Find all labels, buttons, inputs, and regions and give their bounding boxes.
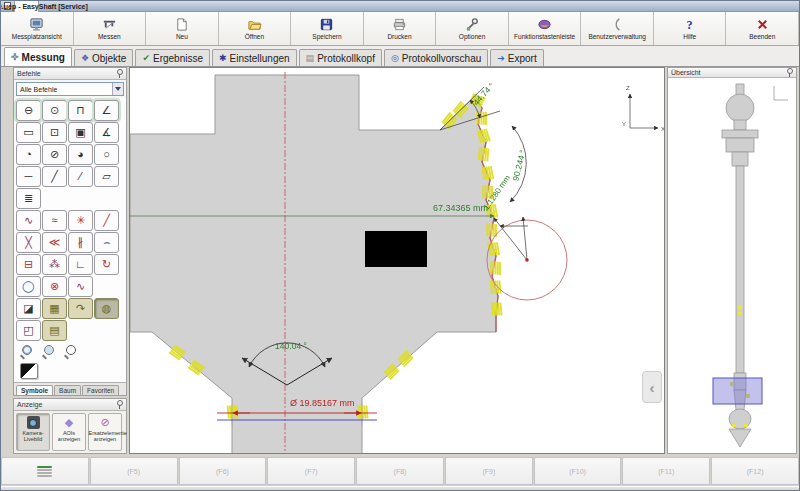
collapse-panel-button[interactable]: ‹ — [642, 371, 662, 403]
save-floppy-icon[interactable]: Speichern — [291, 12, 364, 45]
circle-slash-icon[interactable]: ⊘ — [42, 144, 67, 165]
list-lines-icon[interactable]: ≣ — [16, 188, 41, 209]
measure-pos-z-icon[interactable]: ▣ — [68, 122, 93, 143]
tab-einstellungen[interactable]: ✱ Einstellungen — [212, 49, 297, 66]
shaft-overview-drawing[interactable] — [668, 78, 796, 450]
signal-icon[interactable]: ∿ — [68, 276, 93, 297]
measure-angle-icon[interactable]: ∠ — [94, 100, 119, 121]
tool-grid: ⊖ ⊙ ⊓ ∠ ▭ ⊡ ▣ ∡ ◔ ⊘ — [14, 98, 126, 343]
profile-zigzag-icon[interactable]: ≈ — [42, 210, 67, 231]
pin-icon[interactable] — [116, 400, 123, 409]
layers-icon — [37, 465, 52, 478]
measure-cone-angle-icon[interactable]: ∡ — [94, 122, 119, 143]
printer-icon — [392, 17, 407, 32]
tab-protokollkopf[interactable]: ▤ Protokollkopf — [299, 49, 382, 66]
command-filter-dropdown[interactable]: Alle Befehle — [16, 82, 124, 96]
line-dashed-icon[interactable]: ⁄ — [68, 166, 93, 187]
fkey-button[interactable]: (F5) — [90, 457, 178, 485]
crossing-lines-icon[interactable]: ╳ — [16, 232, 41, 253]
sidebar-tab-baum[interactable]: Baum — [54, 385, 81, 395]
fkey-button[interactable]: (F10) — [534, 457, 622, 485]
chevron-down-icon[interactable] — [112, 83, 123, 95]
corner-axes-icon[interactable]: ∟ — [68, 254, 93, 275]
fkey-layers-button[interactable] — [1, 457, 89, 485]
contrast-view-icon[interactable] — [20, 363, 38, 379]
toolbar-button-label: Optionen — [459, 33, 485, 40]
tab-label: Export — [508, 53, 537, 64]
slope-line-icon[interactable]: ╱ — [94, 210, 119, 231]
help-question-icon[interactable]: Hilfe — [654, 12, 727, 45]
arc-arrow-icon[interactable]: ↷ — [68, 298, 93, 319]
anzeige-panel-header[interactable]: Anzeige — [14, 399, 126, 411]
profile-wave-icon[interactable]: ∿ — [16, 210, 41, 231]
ring-icon[interactable]: ◍ — [94, 298, 119, 319]
fkey-button[interactable]: (F7) — [267, 457, 355, 485]
measurement-canvas[interactable]: 67.34365 mm 1.1280 mm 44.74 ° 90.244 ° 1… — [129, 67, 665, 454]
overview-panel-header[interactable]: Übersicht — [668, 68, 796, 78]
toolbar-button-label: Beenden — [749, 33, 775, 40]
zoom-out-icon[interactable] — [20, 345, 34, 359]
sidebar-tab-symbole[interactable]: Symbole — [16, 385, 53, 395]
tab-icon: ➔ — [497, 54, 505, 63]
tab-protokollvorschau[interactable]: ◎ Protokollvorschau — [384, 49, 488, 66]
circle-arc-icon[interactable]: ◕ — [68, 144, 93, 165]
corner-fill-icon[interactable]: ◰ — [16, 320, 41, 341]
befehle-panel-header[interactable]: Befehle — [14, 68, 126, 80]
open-folder-icon[interactable]: Öffnen — [219, 12, 292, 45]
roundness-icon[interactable]: ◯ — [16, 276, 41, 297]
pin-icon[interactable] — [116, 69, 123, 78]
caliper-icon[interactable]: Messen — [74, 12, 147, 45]
measure-width-icon[interactable]: ⊖ — [16, 100, 41, 121]
axis-icon — [630, 94, 658, 128]
help-question-icon — [682, 17, 697, 32]
measure-circle-icon[interactable]: ⊙ — [42, 100, 67, 121]
curve-peak-icon[interactable]: ⌢ — [94, 232, 119, 253]
measure-distance-icon[interactable]: ⊓ — [68, 100, 93, 121]
new-page-icon[interactable]: Neu — [146, 12, 219, 45]
contour-skew-icon[interactable]: ▱ — [94, 166, 119, 187]
scatter-icon[interactable]: ⁂ — [42, 254, 67, 275]
sidebar-tab-favoriten[interactable]: Favoriten — [82, 385, 119, 395]
parallel-slash-icon[interactable]: ∦ — [68, 232, 93, 253]
viewport-selection-rect[interactable] — [713, 378, 762, 404]
zoom-window-icon[interactable] — [64, 345, 78, 359]
line-horizontal-icon[interactable]: ─ — [16, 166, 41, 187]
kamera-livebild-button[interactable]: Kamera-Livebild — [16, 413, 50, 451]
monitor-icon — [29, 17, 44, 32]
user-management-icon[interactable]: Benutzerverwaltung — [581, 12, 654, 45]
circle-full-icon[interactable]: ○ — [94, 144, 119, 165]
anzeige-button-label: AOIs anzeigen — [53, 430, 86, 443]
aois-anzeigen-button[interactable]: ◆ AOIs anzeigen — [52, 413, 86, 451]
fkey-button[interactable]: (F9) — [445, 457, 533, 485]
crossed-circle-icon[interactable]: ⊗ — [42, 276, 67, 297]
contrast-corner-icon[interactable]: ◪ — [16, 298, 41, 319]
pin-icon[interactable] — [786, 68, 793, 77]
tab-objekte[interactable]: ❖ Objekte — [74, 49, 134, 66]
rotation-icon[interactable]: ↻ — [94, 254, 119, 275]
axis-z-label: Z — [626, 85, 630, 91]
toolbar-button-label: Funktionstastenleiste — [514, 33, 575, 40]
fkey-button[interactable]: (F6) — [179, 457, 267, 485]
tab-messung[interactable]: ✜ Messung — [4, 47, 72, 66]
tab-ergebnisse[interactable]: ✔ Ergebnisse — [135, 49, 210, 66]
cylinder-icon[interactable]: ⊟ — [16, 254, 41, 275]
monitor-icon[interactable]: Messplatzansicht — [1, 12, 74, 45]
zoom-fit-icon[interactable] — [42, 345, 56, 359]
tab-export[interactable]: ➔ Export — [490, 49, 543, 66]
mesh2-icon[interactable]: ▤ — [42, 320, 67, 341]
options-wrench-icon[interactable]: Optionen — [436, 12, 509, 45]
printer-icon[interactable]: Drucken — [364, 12, 437, 45]
fkey-button[interactable]: (F8) — [356, 457, 444, 485]
gear-profile-icon[interactable]: ✳ — [68, 210, 93, 231]
ersatzelemente-anzeigen-button[interactable]: ⊘ Ersatzelemente anzeigen — [88, 413, 122, 451]
function-keys-icon[interactable]: Funktionstastenleiste — [509, 12, 582, 45]
fkey-button[interactable]: (F11) — [622, 457, 710, 485]
line-diagonal-icon[interactable]: ╱ — [42, 166, 67, 187]
measure-rect-icon[interactable]: ▭ — [16, 122, 41, 143]
circle-diameter-icon[interactable]: ◔ — [16, 144, 41, 165]
measure-pos-x-icon[interactable]: ⊡ — [42, 122, 67, 143]
fan-lines-icon[interactable]: ≪ — [42, 232, 67, 253]
mesh-icon[interactable]: ▦ — [42, 298, 67, 319]
fkey-button[interactable]: (F12) — [711, 457, 799, 485]
exit-cross-icon[interactable]: Beenden — [726, 12, 799, 45]
